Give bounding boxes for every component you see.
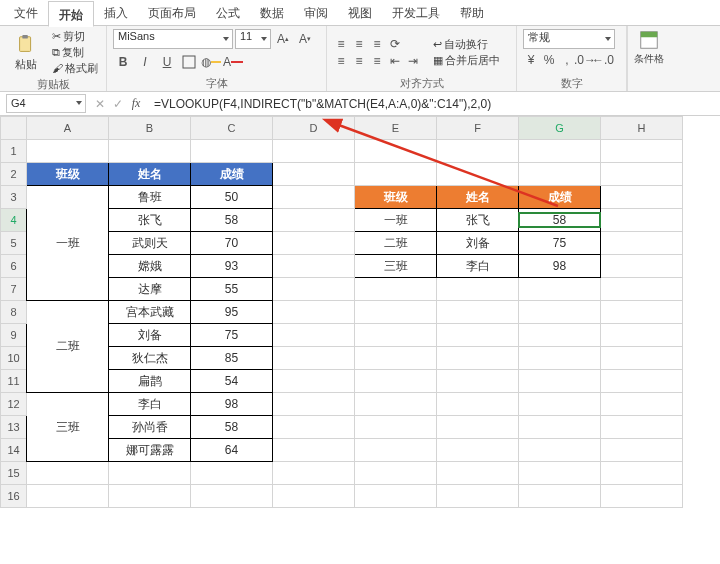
cell-H13[interactable] xyxy=(601,416,683,439)
cell-H14[interactable] xyxy=(601,439,683,462)
menu-file[interactable]: 文件 xyxy=(4,0,48,26)
cell-F16[interactable] xyxy=(437,485,519,508)
col-header-B[interactable]: B xyxy=(109,117,191,140)
increase-font-button[interactable]: A▴ xyxy=(273,29,293,49)
cell-B9[interactable]: 刘备 xyxy=(109,324,191,347)
cell-D7[interactable] xyxy=(273,278,355,301)
cell-G14[interactable] xyxy=(519,439,601,462)
font-color-button[interactable]: A xyxy=(223,52,243,72)
cell-E2[interactable] xyxy=(355,163,437,186)
cell-E1[interactable] xyxy=(355,140,437,163)
cell-A16[interactable] xyxy=(27,485,109,508)
cell-C12[interactable]: 98 xyxy=(191,393,273,416)
cell-F10[interactable] xyxy=(437,347,519,370)
cell-D11[interactable] xyxy=(273,370,355,393)
cell-F9[interactable] xyxy=(437,324,519,347)
worksheet[interactable]: ABCDEFGH12班级姓名成绩3一班鲁班50班级姓名成绩4张飞58一班张飞58… xyxy=(0,116,720,564)
number-format-select[interactable]: 常规 xyxy=(523,29,615,49)
bold-button[interactable]: B xyxy=(113,52,133,72)
cell-D14[interactable] xyxy=(273,439,355,462)
menu-help[interactable]: 帮助 xyxy=(450,0,494,26)
cell-E14[interactable] xyxy=(355,439,437,462)
cell-F4[interactable]: 张飞 xyxy=(437,209,519,232)
cell-F12[interactable] xyxy=(437,393,519,416)
menu-view[interactable]: 视图 xyxy=(338,0,382,26)
cell-G8[interactable] xyxy=(519,301,601,324)
cell-C1[interactable] xyxy=(191,140,273,163)
cell-D2[interactable] xyxy=(273,163,355,186)
cell-F13[interactable] xyxy=(437,416,519,439)
row-header-7[interactable]: 7 xyxy=(1,278,27,301)
align-left-button[interactable]: ≡ xyxy=(333,53,349,69)
menu-layout[interactable]: 页面布局 xyxy=(138,0,206,26)
indent-inc-button[interactable]: ⇥ xyxy=(405,53,421,69)
cell-D15[interactable] xyxy=(273,462,355,485)
cell-H8[interactable] xyxy=(601,301,683,324)
wrap-text-button[interactable]: ↩自动换行 xyxy=(431,37,502,52)
cell-G11[interactable] xyxy=(519,370,601,393)
cell-H7[interactable] xyxy=(601,278,683,301)
cell-E10[interactable] xyxy=(355,347,437,370)
cell-E8[interactable] xyxy=(355,301,437,324)
cell-H12[interactable] xyxy=(601,393,683,416)
cell-C3[interactable]: 50 xyxy=(191,186,273,209)
cell-F11[interactable] xyxy=(437,370,519,393)
align-right-button[interactable]: ≡ xyxy=(369,53,385,69)
cell-G9[interactable] xyxy=(519,324,601,347)
cell-B3[interactable]: 鲁班 xyxy=(109,186,191,209)
cell-A2[interactable]: 班级 xyxy=(27,163,109,186)
cell-G10[interactable] xyxy=(519,347,601,370)
cell-G13[interactable] xyxy=(519,416,601,439)
decrease-font-button[interactable]: A▾ xyxy=(295,29,315,49)
col-header-C[interactable]: C xyxy=(191,117,273,140)
orientation-button[interactable]: ⟳ xyxy=(387,36,403,52)
col-header-D[interactable]: D xyxy=(273,117,355,140)
indent-dec-button[interactable]: ⇤ xyxy=(387,53,403,69)
font-name-select[interactable]: MiSans xyxy=(113,29,233,49)
cell-H10[interactable] xyxy=(601,347,683,370)
cell-D8[interactable] xyxy=(273,301,355,324)
cell-D16[interactable] xyxy=(273,485,355,508)
cell-C9[interactable]: 75 xyxy=(191,324,273,347)
cell-E9[interactable] xyxy=(355,324,437,347)
row-header-4[interactable]: 4 xyxy=(1,209,27,232)
cell-H5[interactable] xyxy=(601,232,683,255)
cell-F2[interactable] xyxy=(437,163,519,186)
row-header-11[interactable]: 11 xyxy=(1,370,27,393)
cell-B1[interactable] xyxy=(109,140,191,163)
cell-B5[interactable]: 武则天 xyxy=(109,232,191,255)
cell-G15[interactable] xyxy=(519,462,601,485)
cell-C6[interactable]: 93 xyxy=(191,255,273,278)
cell-D5[interactable] xyxy=(273,232,355,255)
cell-B12[interactable]: 李白 xyxy=(109,393,191,416)
cell-F7[interactable] xyxy=(437,278,519,301)
cell-F5[interactable]: 刘备 xyxy=(437,232,519,255)
cell-D9[interactable] xyxy=(273,324,355,347)
menu-home[interactable]: 开始 xyxy=(48,1,94,27)
cell-H15[interactable] xyxy=(601,462,683,485)
col-header-F[interactable]: F xyxy=(437,117,519,140)
cell-G2[interactable] xyxy=(519,163,601,186)
cell-F1[interactable] xyxy=(437,140,519,163)
cell-C13[interactable]: 58 xyxy=(191,416,273,439)
cell-C10[interactable]: 85 xyxy=(191,347,273,370)
percent-button[interactable]: % xyxy=(541,52,557,68)
row-header-10[interactable]: 10 xyxy=(1,347,27,370)
row-header-9[interactable]: 9 xyxy=(1,324,27,347)
cell-H11[interactable] xyxy=(601,370,683,393)
cell-G1[interactable] xyxy=(519,140,601,163)
align-bottom-button[interactable]: ≡ xyxy=(369,36,385,52)
cell-E11[interactable] xyxy=(355,370,437,393)
cell-H2[interactable] xyxy=(601,163,683,186)
row-header-1[interactable]: 1 xyxy=(1,140,27,163)
cell-A15[interactable] xyxy=(27,462,109,485)
cell-G12[interactable] xyxy=(519,393,601,416)
cell-C16[interactable] xyxy=(191,485,273,508)
copy-button[interactable]: ⧉复制 xyxy=(50,45,100,60)
menu-review[interactable]: 审阅 xyxy=(294,0,338,26)
cell-C11[interactable]: 54 xyxy=(191,370,273,393)
cell-C8[interactable]: 95 xyxy=(191,301,273,324)
cell-D12[interactable] xyxy=(273,393,355,416)
cell-B6[interactable]: 嫦娥 xyxy=(109,255,191,278)
row-header-14[interactable]: 14 xyxy=(1,439,27,462)
